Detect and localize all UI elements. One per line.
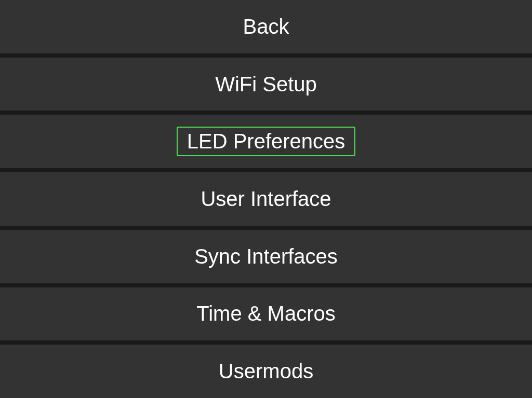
menu-item-back[interactable]: Back — [0, 0, 532, 53]
menu-item-label: Sync Interfaces — [185, 243, 347, 270]
menu-item-wifi-setup[interactable]: WiFi Setup — [0, 58, 532, 111]
menu-item-usermods[interactable]: Usermods — [0, 345, 532, 398]
menu-item-sync-interfaces[interactable]: Sync Interfaces — [0, 230, 532, 283]
settings-menu: Back WiFi Setup LED Preferences User Int… — [0, 0, 532, 398]
menu-item-led-preferences[interactable]: LED Preferences — [0, 115, 532, 168]
menu-item-label: WiFi Setup — [206, 71, 326, 98]
menu-item-label: Usermods — [209, 358, 323, 385]
menu-item-time-macros[interactable]: Time & Macros — [0, 287, 532, 341]
menu-item-user-interface[interactable]: User Interface — [0, 172, 532, 226]
menu-item-label: User Interface — [191, 185, 340, 213]
menu-item-label: Back — [234, 13, 299, 40]
menu-item-label: Time & Macros — [187, 300, 344, 327]
menu-item-label: LED Preferences — [177, 127, 356, 156]
